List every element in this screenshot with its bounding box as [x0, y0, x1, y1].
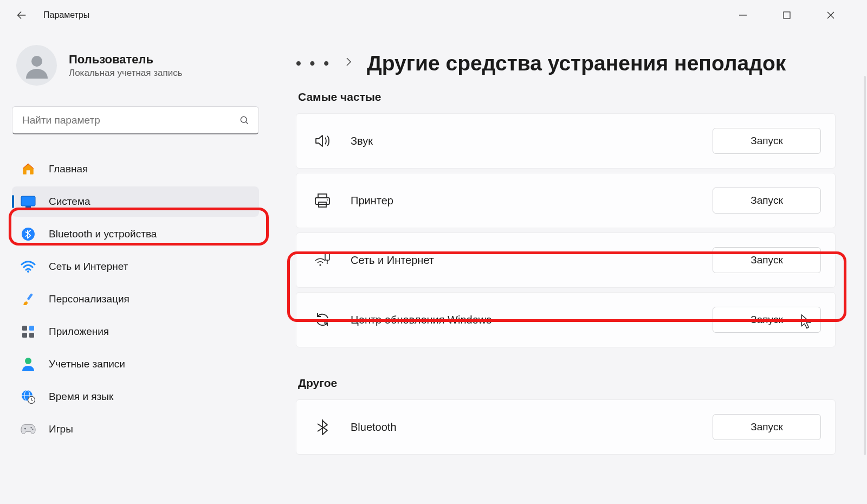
avatar	[16, 45, 57, 86]
printer-icon	[313, 191, 332, 210]
run-button-network[interactable]: Запуск	[713, 247, 821, 273]
bluetooth-icon	[313, 417, 332, 437]
bluetooth-icon	[21, 227, 36, 242]
sidebar-item-label: Учетные записи	[49, 358, 125, 370]
minimize-icon	[739, 11, 747, 20]
avatar-icon	[24, 53, 50, 79]
sidebar: Пользователь Локальная учетная запись Гл…	[0, 30, 271, 504]
title-bar: Параметры	[0, 0, 867, 30]
card-network[interactable]: Сеть и Интернет Запуск	[296, 232, 836, 288]
run-button-printer[interactable]: Запуск	[713, 188, 821, 214]
user-card[interactable]: Пользователь Локальная учетная запись	[12, 40, 259, 99]
sidebar-item-network[interactable]: Сеть и Интернет	[12, 251, 259, 282]
card-label: Сеть и Интернет	[351, 254, 713, 267]
sidebar-item-label: Время и язык	[49, 391, 113, 403]
svg-point-33	[327, 262, 328, 264]
sidebar-item-bluetooth[interactable]: Bluetooth и устройства	[12, 219, 259, 249]
search-input[interactable]	[21, 114, 239, 127]
run-button-update[interactable]: Запуск	[713, 307, 821, 333]
scrollbar[interactable]	[864, 76, 866, 455]
home-icon	[21, 161, 36, 177]
sidebar-item-time[interactable]: Время и язык	[12, 382, 259, 412]
run-button-bluetooth[interactable]: Запуск	[713, 414, 821, 440]
card-label: Центр обновления Windows	[351, 314, 713, 326]
cards-other: Bluetooth Запуск	[296, 399, 851, 455]
svg-rect-16	[22, 333, 27, 338]
svg-point-18	[25, 358, 31, 364]
paintbrush-icon	[21, 292, 36, 307]
network-icon	[313, 250, 332, 270]
app-title: Параметры	[43, 10, 89, 20]
sidebar-item-label: Персонализация	[49, 293, 130, 305]
svg-point-11	[22, 228, 35, 241]
nav: Главная Система Bluetooth и устройства С…	[12, 154, 259, 444]
svg-rect-27	[315, 198, 329, 204]
card-label: Принтер	[351, 195, 713, 207]
sidebar-item-gaming[interactable]: Игры	[12, 414, 259, 444]
svg-rect-2	[784, 12, 790, 18]
sidebar-item-label: Главная	[49, 163, 88, 175]
svg-rect-26	[318, 194, 327, 198]
card-label: Bluetooth	[351, 421, 713, 434]
close-icon	[826, 11, 835, 20]
svg-line-7	[246, 121, 248, 124]
back-button[interactable]	[11, 4, 33, 26]
sidebar-item-system[interactable]: Система	[12, 186, 259, 217]
sidebar-item-label: Приложения	[49, 326, 109, 338]
svg-point-23	[24, 428, 26, 430]
wifi-icon	[21, 259, 36, 274]
breadcrumb-ellipsis[interactable]: • • •	[296, 59, 331, 68]
refresh-icon	[313, 310, 332, 329]
sidebar-item-label: Сеть и Интернет	[49, 261, 128, 273]
sidebar-item-label: Система	[49, 196, 90, 208]
account-icon	[21, 357, 36, 372]
search-icon	[239, 115, 250, 126]
cards-frequent: Звук Запуск Принтер Запуск	[296, 113, 851, 347]
gamepad-icon	[21, 422, 36, 437]
close-button[interactable]	[816, 4, 845, 26]
sidebar-item-apps[interactable]: Приложения	[12, 316, 259, 347]
svg-point-30	[319, 264, 321, 266]
section-title-frequent: Самые частые	[298, 91, 849, 104]
maximize-button[interactable]	[772, 4, 801, 26]
card-update[interactable]: Центр обновления Windows Запуск	[296, 292, 836, 347]
svg-rect-13	[27, 293, 33, 300]
breadcrumb: • • • Другие средства устранения неполад…	[296, 51, 851, 75]
sidebar-item-label: Игры	[49, 423, 73, 435]
maximize-icon	[783, 11, 791, 19]
minimize-button[interactable]	[728, 4, 758, 26]
svg-rect-10	[25, 206, 31, 208]
page-title: Другие средства устранения неполадок	[367, 51, 786, 75]
svg-point-12	[27, 270, 29, 273]
svg-point-29	[327, 199, 328, 201]
card-label: Звук	[351, 135, 713, 147]
search-box[interactable]	[12, 106, 259, 134]
system-icon	[21, 194, 36, 209]
chevron-right-icon	[345, 56, 353, 70]
svg-rect-14	[22, 326, 27, 331]
window-controls	[728, 4, 862, 26]
svg-rect-17	[29, 333, 34, 338]
card-bluetooth[interactable]: Bluetooth Запуск	[296, 399, 836, 455]
sidebar-item-label: Bluetooth и устройства	[49, 228, 157, 240]
back-arrow-icon	[16, 9, 28, 21]
speaker-icon	[313, 131, 332, 151]
svg-point-6	[241, 117, 247, 122]
svg-rect-8	[21, 196, 35, 206]
globe-clock-icon	[21, 389, 36, 404]
user-subtitle: Локальная учетная запись	[69, 68, 183, 79]
run-button-audio[interactable]: Запуск	[713, 128, 821, 154]
svg-rect-31	[325, 254, 329, 260]
card-audio[interactable]: Звук Запуск	[296, 113, 836, 169]
main-content: • • • Другие средства устранения неполад…	[271, 30, 867, 504]
sidebar-item-personalization[interactable]: Персонализация	[12, 284, 259, 314]
svg-rect-15	[29, 326, 34, 331]
apps-icon	[21, 324, 36, 339]
svg-point-5	[31, 56, 42, 67]
sidebar-item-home[interactable]: Главная	[12, 154, 259, 184]
card-printer[interactable]: Принтер Запуск	[296, 173, 836, 228]
svg-point-24	[30, 427, 31, 428]
svg-point-25	[32, 429, 33, 430]
user-name: Пользователь	[69, 53, 183, 67]
sidebar-item-accounts[interactable]: Учетные записи	[12, 349, 259, 379]
